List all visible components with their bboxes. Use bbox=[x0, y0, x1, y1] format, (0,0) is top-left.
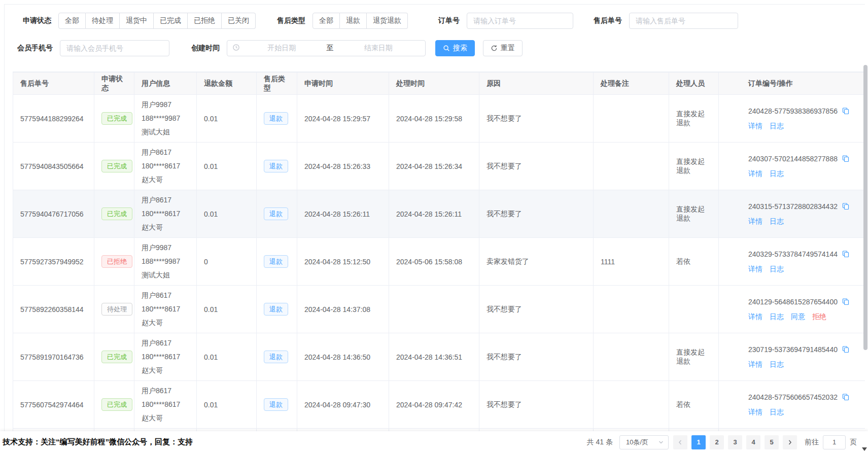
action-link[interactable]: 日志 bbox=[770, 262, 784, 275]
cell-service-type: 退款 bbox=[257, 95, 297, 143]
cell-handle-time: 2024-04-28 09:47:42 bbox=[389, 381, 479, 429]
column-header: 用户信息 bbox=[134, 73, 197, 95]
copy-icon[interactable] bbox=[842, 250, 850, 258]
cell-service-type: 退款 bbox=[257, 333, 297, 381]
service-type-tag: 退款 bbox=[264, 303, 288, 316]
status-filter-option[interactable]: 已完成 bbox=[154, 13, 188, 29]
action-link[interactable]: 日志 bbox=[770, 119, 784, 132]
cell-user-info: 用户8617180****8617赵大哥 bbox=[134, 143, 197, 190]
action-link[interactable]: 详情 bbox=[748, 119, 762, 132]
copy-icon[interactable] bbox=[842, 298, 850, 306]
service-no-input[interactable] bbox=[629, 13, 738, 29]
user-info-line: 180****8617 bbox=[142, 350, 189, 364]
search-button[interactable]: 搜索 bbox=[435, 40, 475, 56]
cell-service-type: 退款 bbox=[257, 238, 297, 286]
cell-service-no: 5775944188299264 bbox=[13, 95, 94, 143]
copy-icon[interactable] bbox=[842, 155, 850, 163]
action-link[interactable]: 详情 bbox=[748, 405, 762, 419]
user-info-line: 180****8617 bbox=[142, 159, 189, 173]
action-link[interactable]: 详情 bbox=[748, 310, 762, 323]
status-filter-option[interactable]: 已拒绝 bbox=[188, 13, 222, 29]
action-link[interactable]: 日志 bbox=[770, 405, 784, 419]
action-link[interactable]: 日志 bbox=[770, 167, 784, 180]
status-tag: 已完成 bbox=[101, 351, 132, 363]
phone-input[interactable] bbox=[60, 40, 169, 56]
user-info-line: 188****9987 bbox=[142, 255, 189, 268]
copy-icon[interactable] bbox=[842, 345, 850, 354]
pagination-total: 共 41 条 bbox=[587, 438, 613, 447]
cell-user-info: 用户8617180****8617赵大哥 bbox=[134, 333, 197, 381]
status-filter-option[interactable]: 待处理 bbox=[86, 13, 120, 29]
type-filter-label: 售后类型 bbox=[277, 16, 305, 25]
cell-reason: 我不想要了 bbox=[479, 381, 594, 429]
page-button[interactable]: 1 bbox=[691, 435, 706, 449]
date-range-separator: 至 bbox=[324, 44, 337, 53]
start-date-placeholder[interactable]: 开始日期 bbox=[240, 44, 324, 53]
type-filter-option[interactable]: 退货退款 bbox=[367, 13, 408, 29]
user-info-line: 赵大哥 bbox=[142, 316, 189, 330]
action-link[interactable]: 详情 bbox=[748, 167, 762, 180]
user-info-line: 用户8617 bbox=[142, 146, 189, 159]
create-time-range-picker[interactable]: 开始日期 至 结束日期 bbox=[227, 40, 426, 56]
action-link[interactable]: 日志 bbox=[770, 358, 784, 371]
user-info-line: 赵大哥 bbox=[142, 364, 189, 377]
action-link[interactable]: 日志 bbox=[770, 310, 784, 323]
search-icon bbox=[443, 45, 450, 52]
order-no-input[interactable] bbox=[467, 13, 573, 29]
cell-remark bbox=[594, 95, 669, 143]
cell-order-actions: 240329-5733784749574144详情日志 bbox=[719, 238, 865, 286]
reset-button[interactable]: 重置 bbox=[483, 40, 523, 56]
cell-reason: 我不想要了 bbox=[479, 143, 594, 190]
cell-remark bbox=[594, 143, 669, 190]
cell-service-type: 退款 bbox=[257, 143, 297, 190]
next-page-button[interactable] bbox=[783, 435, 797, 449]
status-filter-option[interactable]: 已关闭 bbox=[222, 13, 256, 29]
page-button[interactable]: 4 bbox=[746, 435, 760, 449]
cell-handler: 直接发起退款 bbox=[669, 95, 719, 143]
user-info-line: 用户8617 bbox=[142, 193, 189, 207]
scrollbar-thumb[interactable] bbox=[863, 65, 867, 350]
status-filter-option[interactable]: 全部 bbox=[58, 13, 86, 29]
table-body: 5775944188299264已完成用户9987188****9987测试大姐… bbox=[13, 95, 865, 432]
search-button-label: 搜索 bbox=[453, 44, 467, 53]
action-link[interactable]: 详情 bbox=[748, 215, 762, 228]
user-info-line: 用户8617 bbox=[142, 289, 189, 302]
action-link[interactable]: 同意 bbox=[791, 310, 805, 323]
cell-apply-time: 2024-04-28 15:26:11 bbox=[297, 190, 389, 238]
status-tag: 已拒绝 bbox=[101, 255, 132, 268]
copy-icon[interactable] bbox=[842, 393, 850, 401]
action-link[interactable]: 详情 bbox=[748, 358, 762, 371]
page-button[interactable]: 5 bbox=[765, 435, 779, 449]
page-size-select[interactable]: 10条/页 bbox=[619, 435, 669, 449]
cell-refund-amount: 0.01 bbox=[197, 286, 257, 333]
cell-handler: 直接发起退款 bbox=[669, 333, 719, 381]
cell-order-actions: 240307-5702144858277888详情日志 bbox=[719, 143, 865, 190]
type-filter-option[interactable]: 全部 bbox=[313, 13, 340, 29]
cell-refund-amount: 0 bbox=[197, 238, 257, 286]
phone-label: 会员手机号 bbox=[17, 44, 53, 53]
column-header: 退款金额 bbox=[197, 73, 257, 95]
page-scrollbar[interactable] bbox=[863, 0, 867, 453]
type-filter-option[interactable]: 退款 bbox=[340, 13, 367, 29]
end-date-placeholder[interactable]: 结束日期 bbox=[337, 44, 421, 53]
user-info-line: 180****8617 bbox=[142, 207, 189, 221]
action-link[interactable]: 拒绝 bbox=[812, 310, 826, 323]
cell-status: 已拒绝 bbox=[94, 238, 134, 286]
action-link[interactable]: 日志 bbox=[770, 215, 784, 228]
refresh-icon bbox=[491, 45, 498, 52]
action-link[interactable]: 详情 bbox=[748, 262, 762, 275]
goto-page-input[interactable] bbox=[823, 435, 846, 449]
goto-page: 前往 页 bbox=[805, 435, 857, 449]
page-button[interactable]: 3 bbox=[728, 435, 742, 449]
page-button[interactable]: 2 bbox=[710, 435, 724, 449]
cell-handler: 直接发起退款 bbox=[669, 190, 719, 238]
filter-panel: 申请状态 全部待处理退货中已完成已拒绝已关闭 售后类型 全部退款退货退款 订单号… bbox=[5, 5, 865, 56]
copy-icon[interactable] bbox=[842, 107, 850, 115]
cell-status: 已完成 bbox=[94, 333, 134, 381]
prev-page-button[interactable] bbox=[673, 435, 687, 449]
cell-reason: 我不想要了 bbox=[479, 333, 594, 381]
chevron-left-icon bbox=[677, 439, 683, 445]
cell-order-actions: 240428-5775606657452032详情日志 bbox=[719, 381, 865, 429]
status-filter-option[interactable]: 退货中 bbox=[120, 13, 154, 29]
copy-icon[interactable] bbox=[842, 202, 850, 211]
